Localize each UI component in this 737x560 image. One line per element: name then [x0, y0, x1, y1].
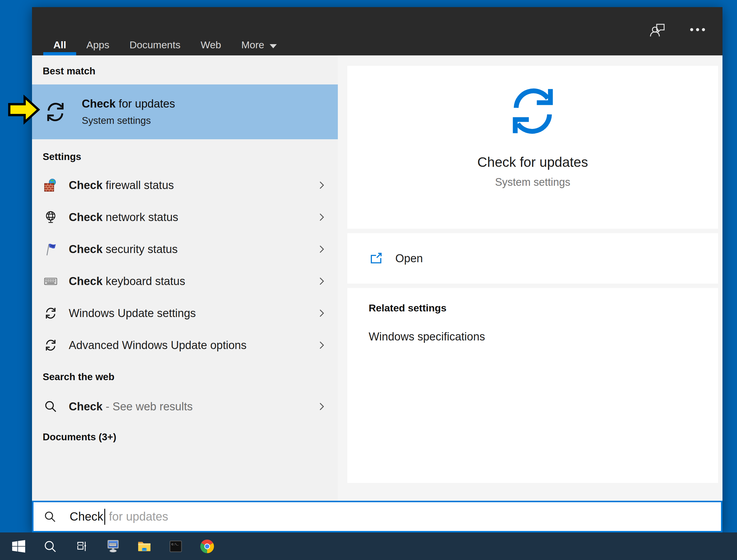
results-panel: Best match Check for updates System sett… [32, 55, 338, 501]
search-button[interactable] [34, 532, 66, 560]
preview-subtitle: System settings [495, 176, 570, 188]
result-web-search[interactable]: Check - See web results [32, 391, 338, 423]
chevron-down-icon [270, 44, 277, 48]
network-globe-icon [44, 210, 57, 224]
result-check-firewall-status[interactable]: Check firewall status [32, 169, 338, 201]
best-match-subtitle: System settings [82, 115, 175, 126]
tab-documents[interactable]: Documents [119, 7, 191, 55]
sync-icon [505, 83, 561, 139]
result-check-security-status[interactable]: Check security status [32, 233, 338, 265]
open-action-label: Open [395, 252, 423, 265]
chevron-right-icon[interactable] [317, 339, 326, 352]
documents-section-header[interactable]: Documents (3+) [32, 430, 338, 444]
related-settings-header: Related settings [369, 302, 718, 314]
search-icon [44, 510, 57, 523]
search-flyout-window: All Apps Documents Web More [32, 7, 722, 532]
best-match-result[interactable]: Check for updates System settings [32, 84, 338, 139]
remote-desktop-app[interactable] [97, 532, 129, 560]
sync-icon [44, 100, 67, 124]
user-feedback-icon[interactable] [649, 21, 666, 38]
firewall-icon [44, 178, 57, 192]
preview-hero-card: Check for updates System settings [347, 66, 718, 229]
preview-title: Check for updates [477, 154, 588, 170]
text-caret [104, 509, 105, 525]
file-explorer-app[interactable] [129, 532, 160, 560]
search-results-area: Best match Check for updates System sett… [32, 55, 722, 501]
chevron-right-icon[interactable] [317, 307, 326, 320]
chevron-right-icon[interactable] [317, 243, 326, 256]
search-suggestion-text: for updates [109, 510, 168, 523]
tab-web-label: Web [201, 39, 221, 51]
command-prompt-app[interactable]: C:\_ [160, 532, 191, 560]
search-icon [44, 400, 57, 413]
tab-apps[interactable]: Apps [76, 7, 119, 55]
task-view-button[interactable] [66, 532, 97, 560]
chevron-right-icon[interactable] [317, 275, 326, 288]
tab-web[interactable]: Web [191, 7, 231, 55]
filter-tabs: All Apps Documents Web More [32, 7, 287, 55]
tab-apps-label: Apps [86, 39, 109, 51]
search-filter-bar: All Apps Documents Web More [32, 7, 722, 55]
open-action-row[interactable]: Open [347, 233, 718, 284]
search-input[interactable]: Check for updates [32, 501, 722, 532]
start-button[interactable] [3, 532, 34, 560]
desktop: All Apps Documents Web More [0, 0, 737, 560]
related-item-windows-specifications[interactable]: Windows specifications [369, 330, 718, 343]
keyboard-icon [44, 274, 57, 288]
settings-header: Settings [32, 150, 338, 164]
svg-text:C:\_: C:\_ [172, 543, 179, 546]
tab-documents-label: Documents [130, 39, 180, 51]
open-external-icon [369, 252, 383, 265]
best-match-title: Check for updates [82, 97, 175, 110]
preview-panel: Check for updates System settings Open [338, 55, 722, 501]
tab-all[interactable]: All [43, 7, 76, 55]
chevron-right-icon[interactable] [317, 179, 326, 192]
security-flag-icon [44, 242, 57, 256]
taskbar: C:\_ [0, 532, 737, 560]
active-tab-underline [43, 52, 76, 55]
result-check-keyboard-status[interactable]: Check keyboard status [32, 265, 338, 297]
sync-icon [44, 306, 57, 320]
search-web-header: Search the web [32, 370, 338, 384]
chevron-right-icon[interactable] [317, 400, 326, 413]
chevron-right-icon[interactable] [317, 211, 326, 224]
best-match-header: Best match [32, 55, 338, 78]
related-settings-card: Related settings Windows specifications [347, 288, 718, 483]
tab-all-label: All [53, 39, 66, 51]
result-advanced-windows-update-options[interactable]: Advanced Windows Update options [32, 329, 338, 361]
tab-more[interactable]: More [231, 7, 287, 55]
result-windows-update-settings[interactable]: Windows Update settings [32, 297, 338, 329]
result-check-network-status[interactable]: Check network status [32, 201, 338, 233]
tab-more-label: More [241, 39, 264, 51]
ellipsis-icon[interactable] [689, 21, 706, 38]
chrome-app[interactable] [191, 532, 223, 560]
sync-icon [44, 338, 57, 352]
search-input-value: Check [70, 510, 103, 523]
annotation-arrow [8, 94, 40, 126]
